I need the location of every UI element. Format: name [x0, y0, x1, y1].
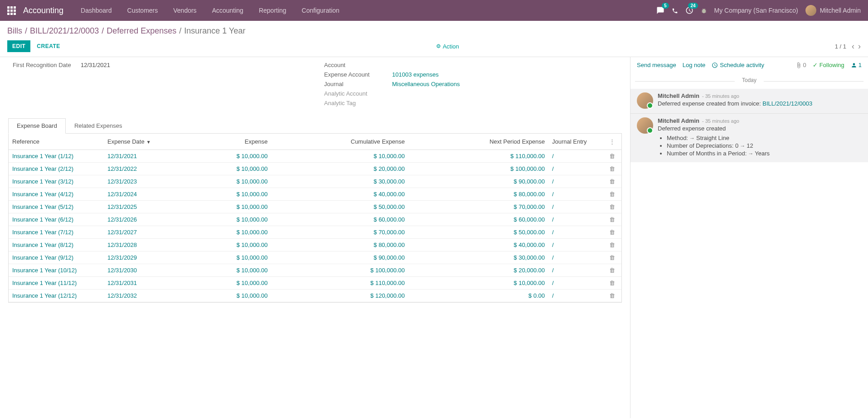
cell-date[interactable]: 12/31/2027	[104, 226, 185, 239]
cell-reference[interactable]: Insurance 1 Year (5/12)	[9, 201, 104, 213]
attachments-button[interactable]: 0	[795, 62, 806, 68]
cell-journal-entry[interactable]: /	[548, 213, 603, 226]
nav-item-dashboard[interactable]: Dashboard	[74, 4, 118, 17]
cell-reference[interactable]: Insurance 1 Year (4/12)	[9, 188, 104, 201]
trash-icon[interactable]: 🗑	[609, 292, 615, 299]
th-journal-entry[interactable]: Journal Entry	[548, 134, 603, 150]
messaging-icon[interactable]: 5	[656, 6, 664, 14]
kebab-icon[interactable]: ⋮	[606, 138, 618, 145]
cell-date[interactable]: 12/31/2025	[104, 201, 185, 213]
action-dropdown[interactable]: ⚙ Action	[436, 43, 459, 50]
trash-icon[interactable]: 🗑	[609, 241, 615, 248]
nav-item-accounting[interactable]: Accounting	[206, 4, 250, 17]
table-row[interactable]: Insurance 1 Year (11/12)12/31/2031$ 10,0…	[9, 277, 621, 290]
th-expense-date[interactable]: Expense Date▼	[104, 134, 185, 150]
company-selector[interactable]: My Company (San Francisco)	[714, 7, 798, 14]
table-row[interactable]: Insurance 1 Year (1/12)12/31/2021$ 10,00…	[9, 150, 621, 163]
cell-journal-entry[interactable]: /	[548, 239, 603, 251]
trash-icon[interactable]: 🗑	[609, 178, 615, 185]
table-row[interactable]: Insurance 1 Year (12/12)12/31/2032$ 10,0…	[9, 290, 621, 302]
cell-date[interactable]: 12/31/2028	[104, 239, 185, 251]
table-row[interactable]: Insurance 1 Year (2/12)12/31/2022$ 10,00…	[9, 163, 621, 175]
table-row[interactable]: Insurance 1 Year (3/12)12/31/2023$ 10,00…	[9, 175, 621, 188]
cell-date[interactable]: 12/31/2021	[104, 150, 185, 163]
cell-journal-entry[interactable]: /	[548, 264, 603, 277]
table-row[interactable]: Insurance 1 Year (5/12)12/31/2025$ 10,00…	[9, 201, 621, 213]
cell-journal-entry[interactable]: /	[548, 188, 603, 201]
log-note-button[interactable]: Log note	[683, 62, 706, 68]
cell-date[interactable]: 12/31/2029	[104, 251, 185, 264]
table-row[interactable]: Insurance 1 Year (4/12)12/31/2024$ 10,00…	[9, 188, 621, 201]
cell-journal-entry[interactable]: /	[548, 150, 603, 163]
trash-icon[interactable]: 🗑	[609, 153, 615, 159]
tab-expense-board[interactable]: Expense Board	[8, 118, 66, 134]
breadcrumb-bills[interactable]: Bills	[7, 26, 22, 36]
debug-icon[interactable]	[701, 7, 707, 14]
nav-item-customers[interactable]: Customers	[121, 4, 165, 17]
followers-button[interactable]: 1	[851, 62, 862, 68]
table-row[interactable]: Insurance 1 Year (9/12)12/31/2029$ 10,00…	[9, 251, 621, 264]
cell-date[interactable]: 12/31/2024	[104, 188, 185, 201]
table-row[interactable]: Insurance 1 Year (8/12)12/31/2028$ 10,00…	[9, 239, 621, 251]
cell-reference[interactable]: Insurance 1 Year (9/12)	[9, 251, 104, 264]
cell-reference[interactable]: Insurance 1 Year (11/12)	[9, 277, 104, 290]
tab-related-expenses[interactable]: Related Expenses	[66, 118, 131, 133]
cell-reference[interactable]: Insurance 1 Year (12/12)	[9, 290, 104, 302]
create-button[interactable]: CREATE	[37, 43, 60, 49]
cell-reference[interactable]: Insurance 1 Year (6/12)	[9, 213, 104, 226]
user-menu[interactable]: Mitchell Admin	[805, 5, 861, 16]
cell-journal-entry[interactable]: /	[548, 175, 603, 188]
cell-journal-entry[interactable]: /	[548, 163, 603, 175]
edit-button[interactable]: EDIT	[7, 40, 30, 52]
trash-icon[interactable]: 🗑	[609, 203, 615, 210]
activities-icon[interactable]: 24	[685, 6, 693, 14]
cell-date[interactable]: 12/31/2026	[104, 213, 185, 226]
cell-date[interactable]: 12/31/2023	[104, 175, 185, 188]
cell-reference[interactable]: Insurance 1 Year (3/12)	[9, 175, 104, 188]
cell-journal-entry[interactable]: /	[548, 290, 603, 302]
trash-icon[interactable]: 🗑	[609, 229, 615, 236]
cell-reference[interactable]: Insurance 1 Year (2/12)	[9, 163, 104, 175]
th-next-period[interactable]: Next Period Expense	[408, 134, 548, 150]
th-reference[interactable]: Reference	[9, 134, 104, 150]
trash-icon[interactable]: 🗑	[609, 191, 615, 198]
cell-reference[interactable]: Insurance 1 Year (7/12)	[9, 226, 104, 239]
expense-account-value[interactable]: 101003 expenses	[392, 71, 439, 78]
cell-journal-entry[interactable]: /	[548, 251, 603, 264]
breadcrumb-deferred-expenses[interactable]: Deferred Expenses	[107, 26, 176, 36]
th-cumulative[interactable]: Cumulative Expense	[271, 134, 408, 150]
send-message-button[interactable]: Send message	[637, 62, 676, 68]
apps-icon[interactable]	[7, 6, 16, 15]
cell-reference[interactable]: Insurance 1 Year (10/12)	[9, 264, 104, 277]
cell-journal-entry[interactable]: /	[548, 201, 603, 213]
cell-journal-entry[interactable]: /	[548, 226, 603, 239]
trash-icon[interactable]: 🗑	[609, 165, 615, 172]
pager-next[interactable]: ›	[858, 42, 861, 51]
trash-icon[interactable]: 🗑	[609, 280, 615, 286]
cell-date[interactable]: 12/31/2030	[104, 264, 185, 277]
table-row[interactable]: Insurance 1 Year (7/12)12/31/2027$ 10,00…	[9, 226, 621, 239]
pager-prev[interactable]: ‹	[852, 42, 854, 51]
breadcrumb-bill-number[interactable]: BILL/2021/12/0003	[30, 26, 99, 36]
app-name[interactable]: Accounting	[23, 6, 63, 15]
journal-value[interactable]: Miscellaneous Operations	[392, 81, 460, 87]
nav-item-configuration[interactable]: Configuration	[296, 4, 346, 17]
nav-item-vendors[interactable]: Vendors	[167, 4, 203, 17]
trash-icon[interactable]: 🗑	[609, 216, 615, 223]
cell-date[interactable]: 12/31/2032	[104, 290, 185, 302]
following-button[interactable]: ✓ Following	[813, 62, 844, 68]
trash-icon[interactable]: 🗑	[609, 267, 615, 274]
nav-item-reporting[interactable]: Reporting	[252, 4, 293, 17]
cell-date[interactable]: 12/31/2031	[104, 277, 185, 290]
cell-reference[interactable]: Insurance 1 Year (8/12)	[9, 239, 104, 251]
cell-reference[interactable]: Insurance 1 Year (1/12)	[9, 150, 104, 163]
cell-journal-entry[interactable]: /	[548, 277, 603, 290]
phone-icon[interactable]	[672, 7, 678, 14]
message-link-invoice[interactable]: BILL/2021/12/0003	[762, 100, 812, 107]
cell-date[interactable]: 12/31/2022	[104, 163, 185, 175]
schedule-activity-button[interactable]: Schedule activity	[712, 62, 764, 68]
th-expense[interactable]: Expense	[185, 134, 271, 150]
trash-icon[interactable]: 🗑	[609, 254, 615, 261]
table-row[interactable]: Insurance 1 Year (6/12)12/31/2026$ 10,00…	[9, 213, 621, 226]
table-row[interactable]: Insurance 1 Year (10/12)12/31/2030$ 10,0…	[9, 264, 621, 277]
